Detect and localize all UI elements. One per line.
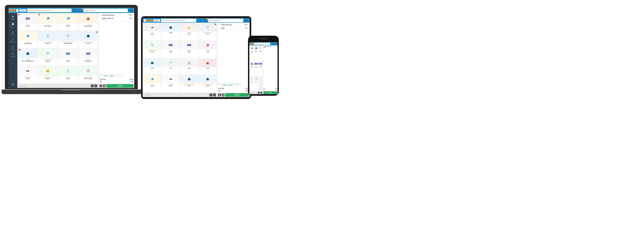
tablet-product-grid: 📦 From 47.29 🧥 [143,23,217,93]
phone-cart-button[interactable]: 🛒 [274,43,277,45]
tablet-add-customer-button[interactable]: 👤 [244,19,249,22]
customer-search-input[interactable] [84,9,128,12]
cart-item-details: Single [220,27,244,29]
phone-grid-footer: 1-8/36 ‹ › [249,91,263,94]
product-card[interactable]: Woo 14.29 [254,62,258,76]
remove-item-button[interactable]: × [132,14,134,16]
phone-barcode-input[interactable] [254,43,270,45]
product-info: T-Shirt $18.00 [58,76,78,80]
tab-product[interactable]: Product [104,74,108,76]
tablet-tab-shipping[interactable]: Shipping [234,83,239,86]
tablet-customer-search-input[interactable] [208,19,243,22]
tablet-tab-tax[interactable]: Tax [240,83,242,86]
sidebar-item-board[interactable]: ⊞ Board [9,14,17,21]
sidebar-item-orders[interactable]: 🛒 Orders [9,30,17,37]
hamburger-button[interactable]: ☰ [16,9,19,12]
tablet-tab-discount[interactable]: Discount [228,83,233,86]
product-card[interactable]: 👜 Belt $65.00 $55.00 [78,14,98,31]
product-name: Absum [181,50,198,51]
tablet-filter-button[interactable]: ⫿ [197,19,202,22]
charge-button[interactable]: 46.80 [106,84,134,88]
next-page-button[interactable]: › [94,84,97,87]
prev-page-button[interactable]: ‹ [91,84,94,87]
product-card[interactable]: 👔 19.05 [254,76,258,91]
product-card[interactable]: 3 🧢 Cap $20.00 $18.00 [38,14,58,31]
save-cart-button[interactable]: 💾 [103,84,106,87]
product-card[interactable]: 👕 Long Sleeve Tee 23.81 [143,41,161,58]
product-price: $18.00 [59,78,77,79]
product-card[interactable]: 😊 T-Shirt with Logo $18.00 [38,66,58,83]
add-customer-button[interactable]: 👤 [129,9,133,12]
phone-next-button[interactable]: › [260,92,262,94]
product-card[interactable]: ● 🧥 Hoodie with Zipper $45.00 [78,31,98,48]
sidebar-item-report[interactable]: © Report [9,44,17,51]
product-card[interactable]: 📐 Pennant 17.14 [180,23,198,40]
product-card[interactable]: 🧥 10.52 [162,23,180,40]
product-card[interactable]: 🧢 Cap 15.24 [143,75,161,92]
sidebar-item-setting[interactable]: ⚙ Setting [9,52,17,58]
phone-filter-button[interactable]: ⫿ [270,43,274,45]
product-card[interactable]: 👘 V-Neck T-Shirt $15.00 - $20.00 [78,66,98,83]
product-card[interactable]: Woo POS 19.05 [162,41,180,58]
product-card[interactable]: 📦 From 47.29 [143,23,161,40]
product-card[interactable]: 🎯 Single 1.90 [199,41,216,58]
cart-button[interactable]: 🛒 2 [78,9,82,12]
tablet-charge-button[interactable]: 20.00 [225,93,249,97]
product-info: 41.80 [258,66,262,68]
sidebar-item-transactions[interactable]: 💲 Transactions [9,37,17,44]
tablet-prev-page-button[interactable]: ‹ [210,93,212,96]
filter-button[interactable]: ⫿ [72,9,77,12]
phone-charge-button[interactable]: 20.00 [264,91,277,94]
sidebar-item-savedcart[interactable]: 💾 Saved Cart [9,22,17,29]
product-card[interactable]: Woo Single $3.00 $2.00 [78,49,98,66]
tab-add[interactable]: ADD [99,74,102,76]
tablet-save-cart-button[interactable]: 💾 [222,93,224,96]
product-card[interactable]: 👕 17.14 [250,76,254,91]
product-card[interactable]: 2 Woo Woo $15.00 [18,14,38,31]
remove-item-button[interactable]: × [132,18,134,19]
product-card[interactable]: 🧢 Hoodie $20.00 [58,14,78,31]
tax-value: 0.00 [130,81,133,82]
tablet-next-page-button[interactable]: › [213,93,216,96]
product-card[interactable]: 👕 Lord Sleeve Tee $25.00 [38,49,58,66]
tablet-tab-product[interactable]: Product [222,83,226,86]
product-card[interactable]: 📦 From 47.29 [250,46,254,61]
product-card[interactable]: 🧥 19.05 [254,46,258,61]
delete-cart-button[interactable]: 🗑 [99,84,102,87]
tablet-cart-button[interactable]: 🛒 2 [202,19,207,22]
tablet-delete-cart-button[interactable]: 🗑 [218,93,221,96]
tab-discount[interactable]: Discount [109,74,114,76]
product-card[interactable]: 10 🧥 Hoodie $5.00 - $4,500,000.00 [18,49,38,66]
tab-tax[interactable]: Tax [122,74,124,76]
remove-item-button[interactable]: × [248,24,249,26]
tablet-tab-add[interactable]: ADD [218,83,221,86]
product-name: Sunglasses [19,76,37,78]
product-card[interactable]: 🧢 Cap $18.00 $16.00 [18,31,38,48]
product-card[interactable]: 🧥 Hoodie with Zipper 33.33 [180,75,198,92]
product-card[interactable]: 🧥 42.86 [250,62,254,76]
tab-shipping[interactable]: Shipping [116,74,120,76]
product-card[interactable]: 👔 19.05 [180,59,198,75]
product-card[interactable]: 🧥 Hitoute with Zipper 42.86 [199,75,216,92]
product-card[interactable]: Polo Polo $20.00 [58,49,78,66]
product-card[interactable]: 👕 17.14 [162,59,180,75]
product-card[interactable]: 👕 23.14 [258,46,262,61]
product-card[interactable]: ● 👕 T-Shirt with Logo 17.14 [199,23,216,40]
tablet-hamburger-button[interactable]: ☰ [144,19,146,22]
tax-row: Tax 0.00 [100,81,133,83]
barcode-input[interactable] [27,9,72,12]
product-image: Woo [180,41,198,49]
product-card[interactable]: Woo 41.80 [258,62,262,76]
remove-item-button[interactable]: × [248,27,249,29]
sidebar-item-logout[interactable]: ⏻ [9,82,17,87]
tablet-barcode-input[interactable] [161,19,196,22]
product-card[interactable]: 👕 Hoodie with Logo $45.00 [38,31,58,48]
product-card[interactable]: 👕 T-Shirt $18.00 [58,66,78,83]
product-card[interactable]: 🕶️ Sunglasses $90.00 [18,66,38,83]
product-card[interactable]: 👕 Hoodie with Pocket $45.00 $35.00 [58,31,78,48]
product-card[interactable]: 🧥 42.86 [143,59,161,75]
product-card[interactable]: 🕶️ Sunglasses 85.71 [162,75,180,92]
product-card[interactable]: 👜 52.38 [199,59,216,75]
phone-prev-button[interactable]: ‹ [258,92,260,94]
product-card[interactable]: Woo Absum 14.29 [180,41,198,58]
